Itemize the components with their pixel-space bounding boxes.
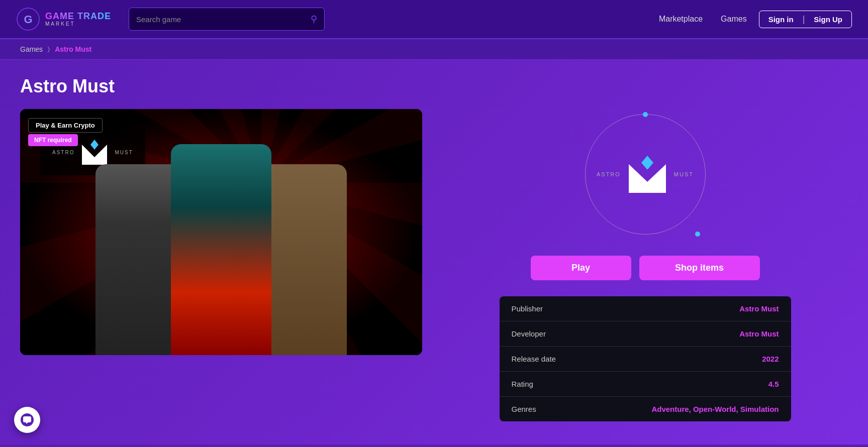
- publisher-label: Publisher: [512, 304, 543, 313]
- logo-game-trade-text: GAME TRADE: [45, 12, 111, 22]
- content-grid: ASTRO MUST Play & Earn Crypto NFT requir…: [20, 109, 848, 421]
- nav-games[interactable]: Games: [721, 15, 747, 24]
- nft-badge: NFT required: [28, 134, 78, 146]
- logo-icon: G: [16, 7, 40, 31]
- signin-button[interactable]: Sign in: [759, 11, 803, 28]
- search-icon[interactable]: ⚲: [311, 14, 317, 25]
- info-row-developer: Developer Astro Must: [500, 321, 791, 347]
- svg-marker-3: [90, 140, 99, 150]
- main-nav: Marketplace Games: [659, 15, 747, 24]
- logo-m-container: [625, 152, 670, 197]
- rating-label: Rating: [512, 380, 533, 388]
- rating-value: 4.5: [768, 380, 779, 388]
- developer-label: Developer: [512, 329, 546, 338]
- breadcrumb-current: Astro Must: [55, 45, 91, 53]
- logo-left-text: ASTRO: [597, 171, 621, 177]
- genres-label: Genres: [512, 405, 536, 413]
- game-image-bg: ASTRO MUST: [20, 109, 422, 355]
- play-button[interactable]: Play: [531, 256, 631, 280]
- chat-button[interactable]: [14, 407, 40, 433]
- info-row-rating: Rating 4.5: [500, 372, 791, 397]
- logo-market-text: MARKET: [45, 21, 111, 27]
- breadcrumb: Games 〉 Astro Must: [0, 39, 868, 60]
- action-buttons: Play Shop items: [442, 256, 848, 280]
- search-input[interactable]: [136, 15, 307, 24]
- game-image-container: ASTRO MUST Play & Earn Crypto NFT requir…: [20, 109, 422, 355]
- auth-divider: |: [803, 14, 805, 25]
- image-logo-astro: ASTRO: [52, 150, 74, 155]
- signup-button[interactable]: Sign Up: [805, 11, 851, 28]
- auth-buttons: Sign in | Sign Up: [759, 11, 852, 28]
- logo-right-text: MUST: [674, 171, 694, 177]
- breadcrumb-chevron: 〉: [48, 46, 50, 53]
- release-value: 2022: [762, 355, 779, 363]
- page-title: Astro Must: [20, 76, 848, 97]
- svg-marker-5: [641, 156, 653, 170]
- main-content: Astro Must ASTRO: [0, 60, 868, 444]
- shop-items-button[interactable]: Shop items: [639, 256, 760, 280]
- publisher-value: Astro Must: [739, 304, 779, 313]
- image-logo-m: [79, 137, 110, 167]
- info-row-release: Release date 2022: [500, 347, 791, 372]
- logo[interactable]: G GAME TRADE MARKET: [16, 7, 117, 31]
- info-table: Publisher Astro Must Developer Astro Mus…: [500, 296, 791, 421]
- logo-center-group: ASTRO MUST: [597, 152, 694, 197]
- search-bar[interactable]: ⚲: [129, 8, 325, 31]
- game-logo-large: ASTRO MUST: [580, 109, 711, 240]
- info-row-publisher: Publisher Astro Must: [500, 296, 791, 321]
- genres-value: Adventure, Open-World, Simulation: [651, 405, 779, 413]
- release-label: Release date: [512, 355, 556, 363]
- character-center: [171, 144, 271, 355]
- developer-value: Astro Must: [739, 329, 779, 338]
- nav-marketplace[interactable]: Marketplace: [659, 15, 703, 24]
- svg-text:G: G: [24, 13, 32, 26]
- image-logo-must: MUST: [115, 150, 133, 155]
- play-earn-badge: Play & Earn Crypto: [28, 118, 103, 133]
- right-panel: ASTRO MUST Play Shop items: [442, 109, 848, 421]
- info-row-genres: Genres Adventure, Open-World, Simulation: [500, 397, 791, 421]
- breadcrumb-parent[interactable]: Games: [20, 45, 43, 53]
